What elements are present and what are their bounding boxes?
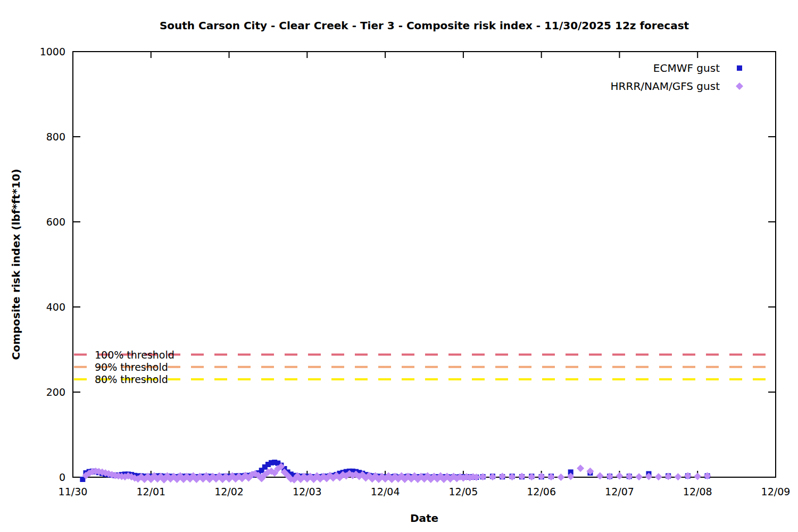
plot-frame [73,52,776,477]
y-tick-label: 200 [46,386,65,398]
threshold-label-100: 100% threshold [95,348,174,361]
data-point-hrrr [694,472,701,480]
data-point-hrrr [675,473,682,480]
data-point-hrrr [635,473,643,480]
legend-marker-square-icon [735,63,744,73]
y-tick-label: 800 [46,131,65,143]
legend: ECMWF gust HRRR/NAM/GFS gust [611,60,744,95]
x-tick-label: 12/06 [527,486,556,497]
data-point-hrrr [655,473,662,480]
threshold-label-80: 80% threshold [95,373,168,386]
x-tick-label: 12/04 [371,486,400,497]
data-point-hrrr [616,472,623,480]
x-tick-label: 12/03 [293,486,322,497]
y-axis-label: Composite risk index (lbf*ft*10) [10,169,22,360]
x-tick-label: 12/07 [605,486,634,497]
x-tick-label: 11/30 [59,486,88,497]
x-tick-label: 12/08 [683,486,712,497]
data-point-hrrr [596,472,604,480]
x-tick-label: 12/02 [214,486,244,497]
data-point-hrrr [577,464,584,472]
x-tick-label: 12/01 [136,486,165,497]
y-tick-label: 400 [46,301,65,313]
legend-label-ecmwf: ECMWF gust [653,62,720,74]
x-tick-label: 12/05 [449,486,478,497]
legend-item-hrrr-nam-gfs: HRRR/NAM/GFS gust [611,78,744,95]
y-tick-label: 600 [46,216,65,228]
forecast-chart: South Carson City - Clear Creek - Tier 3… [0,0,798,532]
data-point-hrrr [557,473,564,481]
y-tick-label: 0 [59,471,65,483]
legend-item-ecmwf: ECMWF gust [611,60,744,77]
threshold-label-90: 90% threshold [95,361,168,373]
x-axis-label: Date [73,512,776,525]
legend-label-hrrr-nam-gfs: HRRR/NAM/GFS gust [611,80,720,93]
legend-marker-diamond-icon [735,81,744,91]
y-tick-label: 1000 [40,46,65,57]
x-tick-label: 12/09 [761,486,791,497]
